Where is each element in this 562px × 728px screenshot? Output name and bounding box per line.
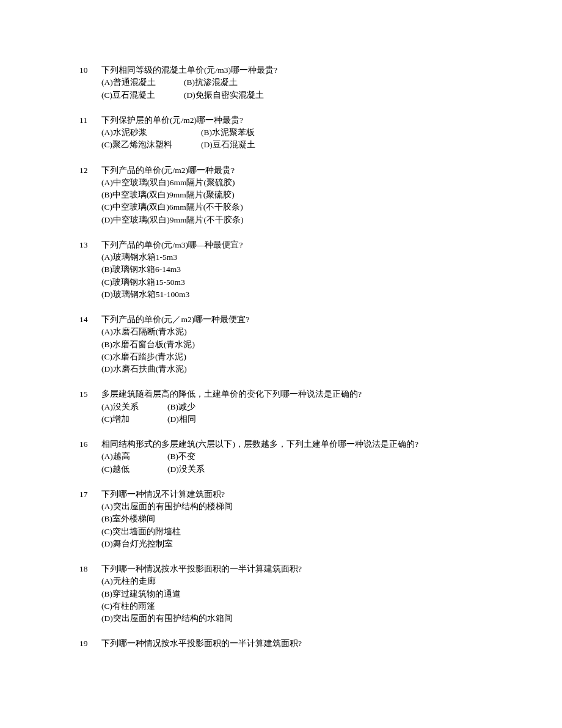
question-number: 11 [79,114,101,152]
options-block: (A)中空玻璃(双白)6mm隔片(聚硫胶)(B)中空玻璃(双白)9mm隔片(聚硫… [101,177,501,226]
option: (C)水磨石踏步(青水泥) [101,351,501,363]
option-row: (C)越低(D)没关系 [101,463,501,476]
question-content: 下列哪一种情况按水平投影面积的一半计算建筑面积?(A)无柱的走廊(B)穿过建筑物… [101,563,501,625]
question-text: 下列哪一种情况不计算建筑面积? [101,488,501,501]
option-row: (C)豆石混凝土(D)免振自密实混凝土 [101,89,501,101]
question-content: 多层建筑随着层高的降低，土建单价的变化下列哪一种说法是正确的?(A)没关系(B)… [101,388,501,425]
option-row: (C)聚乙烯泡沫塑料(D)豆石混凝土 [101,139,501,151]
option: (C)增加 [101,413,167,425]
option: (D)舞台灯光控制室 [101,538,501,550]
question-content: 下列产品的单价(元/m3)哪—种最便宜?(A)玻璃钢水箱1-5m3(B)玻璃钢水… [101,239,501,301]
option: (A)玻璃钢水箱1-5m3 [101,251,501,263]
question-number: 17 [79,488,101,550]
option: (A)没关系 [101,401,167,413]
option: (A)水泥砂浆 [101,127,201,139]
question-item: 16相同结构形式的多层建筑(六层以下)，层数越多，下列土建单价哪一种说法是正确的… [79,438,501,476]
option: (B)玻璃钢水箱6-14m3 [101,263,501,276]
question-text: 下列保护层的单价(元/m2)哪一种最贵? [101,114,501,127]
question-text: 下列相同等级的混凝土单价(元/m3)哪一种最贵? [101,64,501,76]
option: (D)水磨石扶曲(青水泥) [101,363,501,375]
question-text: 下列哪一种情况按水平投影面积的一半计算建筑面积? [101,563,501,575]
question-text: 下列哪一种情况按水平投影面积的一半计算建筑面积? [101,638,501,650]
question-content: 下列哪一种情况按水平投影面积的一半计算建筑面积? [101,638,501,650]
question-number: 15 [79,388,101,425]
option: (D)相同 [167,413,196,425]
options-block: (A)水磨石隔断(青水泥)(B)水磨石窗台板(青水泥)(C)水磨石踏步(青水泥)… [101,326,501,375]
question-number: 13 [79,239,101,301]
question-text: 相同结构形式的多层建筑(六层以下)，层数越多，下列土建单价哪一种说法是正确的? [101,438,501,450]
question-number: 12 [79,164,101,226]
option-row: (A)越高(B)不变 [101,450,501,463]
option: (A)突出屋面的有围护结构的楼梯间 [101,501,501,513]
option: (D)豆石混凝土 [201,139,255,151]
option-row: (A)水泥砂浆(B)水泥聚苯板 [101,127,501,139]
question-item: 10下列相同等级的混凝土单价(元/m3)哪一种最贵?(A)普通混凝土(B)抗渗混… [79,64,501,101]
option: (B)中空玻璃(双白)9mm隔片(聚硫胶) [101,189,501,201]
question-number: 14 [79,314,101,375]
question-content: 下列保护层的单价(元/m2)哪一种最贵?(A)水泥砂浆(B)水泥聚苯板(C)聚乙… [101,114,501,152]
option: (D)中空玻璃(双白)9mm隔片(不干胶条) [101,214,501,226]
option: (A)中空玻璃(双白)6mm隔片(聚硫胶) [101,177,501,189]
question-number: 16 [79,438,101,476]
question-item: 17下列哪一种情况不计算建筑面积?(A)突出屋面的有围护结构的楼梯间(B)室外楼… [79,488,501,550]
question-content: 下列相同等级的混凝土单价(元/m3)哪一种最贵?(A)普通混凝土(B)抗渗混凝土… [101,64,501,101]
question-number: 18 [79,563,101,625]
options-block: (A)突出屋面的有围护结构的楼梯间(B)室外楼梯间(C)突出墙面的附墙柱(D)舞… [101,501,501,550]
option: (B)室外楼梯间 [101,513,501,525]
question-item: 18下列哪一种情况按水平投影面积的一半计算建筑面积?(A)无柱的走廊(B)穿过建… [79,563,501,625]
option: (C)越低 [101,463,167,476]
option: (B)穿过建筑物的通道 [101,588,501,600]
question-item: 15多层建筑随着层高的降低，土建单价的变化下列哪一种说法是正确的?(A)没关系(… [79,388,501,425]
option: (B)不变 [167,450,195,463]
option: (B)水泥聚苯板 [201,127,255,139]
option: (B)减少 [167,401,195,413]
question-content: 下列哪一种情况不计算建筑面积?(A)突出屋面的有围护结构的楼梯间(B)室外楼梯间… [101,488,501,550]
option: (D)免振自密实混凝土 [184,89,264,101]
question-number: 19 [79,638,101,650]
option-row: (C)增加(D)相同 [101,413,501,425]
option: (A)普通混凝土 [101,76,184,89]
question-text: 下列产品的单价(元／m2)哪一种最便宜? [101,314,501,326]
option: (A)无柱的走廊 [101,575,501,587]
option: (C)玻璃钢水箱15-50m3 [101,276,501,289]
option: (A)水磨石隔断(青水泥) [101,326,501,338]
question-text: 下列产品的单价(元/m3)哪—种最便宜? [101,239,501,251]
option: (B)抗渗混凝土 [184,76,238,89]
option: (B)水磨石窗台板(青水泥) [101,339,501,351]
option-row: (A)普通混凝土(B)抗渗混凝土 [101,76,501,89]
option: (C)豆石混凝土 [101,89,184,101]
question-content: 相同结构形式的多层建筑(六层以下)，层数越多，下列土建单价哪一种说法是正确的?(… [101,438,501,476]
question-text: 多层建筑随着层高的降低，土建单价的变化下列哪一种说法是正确的? [101,388,501,400]
question-item: 12下列产品的单价(元/m2)哪一种最贵?(A)中空玻璃(双白)6mm隔片(聚硫… [79,164,501,226]
question-item: 19下列哪一种情况按水平投影面积的一半计算建筑面积? [79,638,501,650]
question-content: 下列产品的单价(元／m2)哪一种最便宜?(A)水磨石隔断(青水泥)(B)水磨石窗… [101,314,501,375]
question-content: 下列产品的单价(元/m2)哪一种最贵?(A)中空玻璃(双白)6mm隔片(聚硫胶)… [101,164,501,226]
question-item: 13下列产品的单价(元/m3)哪—种最便宜?(A)玻璃钢水箱1-5m3(B)玻璃… [79,239,501,301]
option: (D)玻璃钢水箱51-100m3 [101,289,501,301]
question-item: 14下列产品的单价(元／m2)哪一种最便宜?(A)水磨石隔断(青水泥)(B)水磨… [79,314,501,375]
question-list: 10下列相同等级的混凝土单价(元/m3)哪一种最贵?(A)普通混凝土(B)抗渗混… [79,64,501,650]
options-block: (A)无柱的走廊(B)穿过建筑物的通道(C)有柱的雨篷(D)突出屋面的有围护结构… [101,575,501,625]
question-item: 11下列保护层的单价(元/m2)哪一种最贵?(A)水泥砂浆(B)水泥聚苯板(C)… [79,114,501,152]
option: (D)没关系 [167,463,205,476]
option: (D)突出屋面的有围护结构的水箱间 [101,612,501,625]
option: (C)中空玻璃(双白)6mm隔片(不干胶条) [101,201,501,213]
options-block: (A)玻璃钢水箱1-5m3(B)玻璃钢水箱6-14m3(C)玻璃钢水箱15-50… [101,251,501,301]
option-row: (A)没关系(B)减少 [101,401,501,413]
option: (C)突出墙面的附墙柱 [101,526,501,538]
question-text: 下列产品的单价(元/m2)哪一种最贵? [101,164,501,177]
option: (A)越高 [101,450,167,463]
question-number: 10 [79,64,101,101]
option: (C)有柱的雨篷 [101,600,501,612]
option: (C)聚乙烯泡沫塑料 [101,139,201,151]
